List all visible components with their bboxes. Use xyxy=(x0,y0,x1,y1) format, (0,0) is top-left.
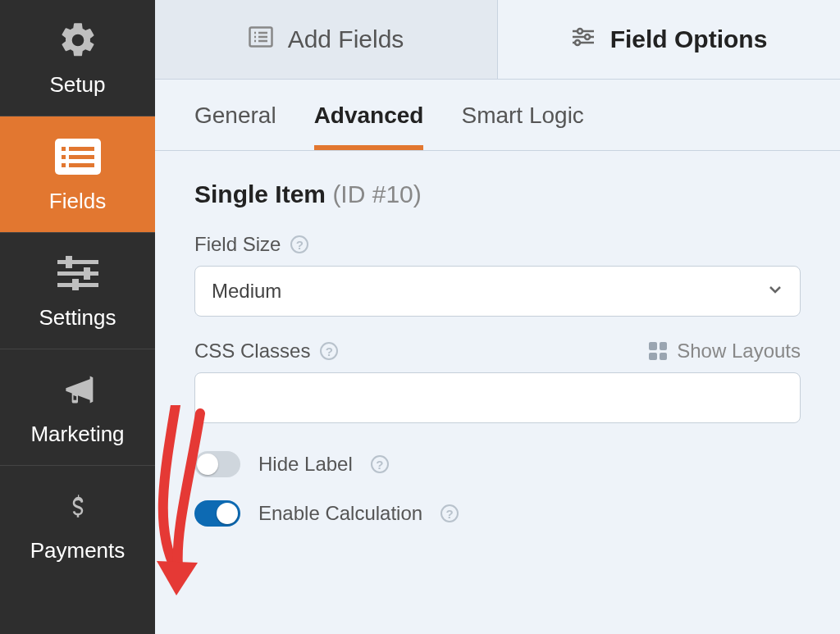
nav-marketing[interactable]: Marketing xyxy=(0,349,155,466)
svg-rect-5 xyxy=(62,163,66,167)
dollar-icon xyxy=(66,482,90,530)
css-classes-label: CSS Classes xyxy=(194,340,310,363)
help-icon[interactable]: ? xyxy=(371,455,389,473)
field-size-label: Field Size xyxy=(194,233,281,256)
enable-calculation-text: Enable Calculation xyxy=(258,502,422,525)
help-icon[interactable]: ? xyxy=(441,504,459,522)
list-icon xyxy=(55,133,101,180)
tab-label: Field Options xyxy=(610,25,768,53)
field-size-select[interactable]: Medium xyxy=(194,266,801,317)
top-tabs: Add Fields Field Options xyxy=(155,0,840,80)
svg-point-21 xyxy=(578,29,582,34)
tab-add-fields[interactable]: Add Fields xyxy=(155,0,498,79)
nav-settings[interactable]: Settings xyxy=(0,233,155,349)
show-layouts-button[interactable]: Show Layouts xyxy=(649,340,801,363)
chevron-down-icon xyxy=(767,280,783,303)
nav-fields[interactable]: Fields xyxy=(0,116,155,233)
bullhorn-icon xyxy=(57,366,98,413)
css-classes-input[interactable] xyxy=(194,372,801,423)
field-title: Single Item (ID #10) xyxy=(194,180,801,208)
svg-rect-7 xyxy=(57,260,98,264)
sliders-icon xyxy=(57,249,98,297)
svg-point-23 xyxy=(585,34,590,39)
sliders-horizontal-icon xyxy=(571,25,596,53)
subtab-advanced[interactable]: Advanced xyxy=(314,103,424,150)
subtab-general[interactable]: General xyxy=(194,103,276,150)
help-icon[interactable]: ? xyxy=(290,235,308,253)
field-id: (ID #10) xyxy=(326,180,422,208)
field-size-group: Field Size ? Medium xyxy=(194,233,801,317)
show-layouts-label: Show Layouts xyxy=(677,340,801,363)
svg-rect-4 xyxy=(69,155,94,159)
nav-label: Settings xyxy=(39,305,116,331)
content: Single Item (ID #10) Field Size ? Medium xyxy=(155,151,840,550)
select-value: Medium xyxy=(212,280,281,303)
panel: Add Fields Field Options General Advance… xyxy=(155,0,840,634)
css-classes-group: CSS Classes ? Show Layouts xyxy=(194,340,801,423)
tab-label: Add Fields xyxy=(288,25,404,53)
subtab-smart-logic[interactable]: Smart Logic xyxy=(461,103,583,150)
nav-setup[interactable]: Setup xyxy=(0,0,155,116)
svg-point-25 xyxy=(575,40,580,45)
sub-tabs: General Advanced Smart Logic xyxy=(155,80,840,151)
hide-label-row: Hide Label ? xyxy=(194,451,801,477)
svg-rect-3 xyxy=(62,155,66,159)
tab-field-options[interactable]: Field Options xyxy=(498,0,840,79)
sidebar: Setup Fields Settings Marketing Payments xyxy=(0,0,155,634)
hide-label-text: Hide Label xyxy=(258,453,353,476)
nav-label: Setup xyxy=(50,72,106,98)
gear-icon xyxy=(57,16,98,64)
svg-rect-6 xyxy=(69,163,94,167)
form-list-icon xyxy=(249,25,273,53)
help-icon[interactable]: ? xyxy=(320,342,338,360)
enable-calculation-toggle[interactable] xyxy=(194,500,240,527)
svg-rect-10 xyxy=(84,267,90,280)
grid-icon xyxy=(649,342,667,360)
svg-rect-12 xyxy=(72,279,79,290)
svg-rect-8 xyxy=(66,256,72,268)
svg-rect-2 xyxy=(69,147,94,151)
nav-label: Marketing xyxy=(30,422,124,447)
enable-calculation-row: Enable Calculation ? xyxy=(194,500,801,527)
hide-label-toggle[interactable] xyxy=(194,451,240,477)
nav-payments[interactable]: Payments xyxy=(0,466,155,582)
svg-rect-1 xyxy=(62,147,66,151)
svg-rect-9 xyxy=(57,271,98,276)
field-name: Single Item xyxy=(194,180,326,208)
svg-marker-26 xyxy=(157,561,198,595)
nav-label: Payments xyxy=(30,538,126,563)
nav-label: Fields xyxy=(49,189,106,214)
